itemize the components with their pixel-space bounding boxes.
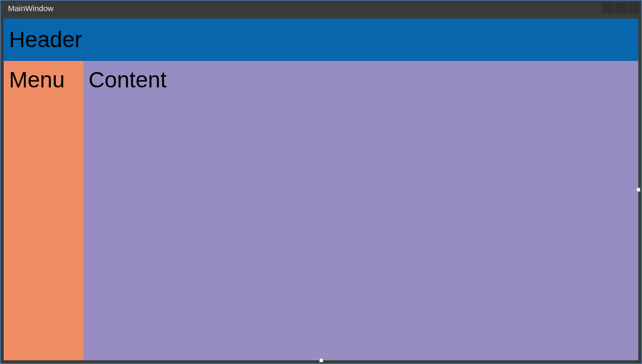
- main-region: Menu Content: [4, 61, 638, 360]
- minimize-button[interactable]: [602, 3, 614, 13]
- menu-region[interactable]: Menu: [4, 61, 83, 360]
- resize-handle-bottom[interactable]: [319, 358, 323, 362]
- content-region[interactable]: Content: [83, 61, 638, 360]
- window-controls: [601, 3, 639, 13]
- designer-surface[interactable]: Header Menu Content: [4, 19, 638, 360]
- header-label: Header: [9, 27, 82, 52]
- resize-handle-right[interactable]: [636, 188, 640, 192]
- header-region[interactable]: Header: [4, 19, 638, 61]
- maximize-button[interactable]: [615, 3, 627, 13]
- menu-label: Menu: [9, 67, 65, 92]
- close-button[interactable]: [628, 3, 639, 13]
- titlebar[interactable]: MainWindow: [1, 1, 641, 15]
- window-title: MainWindow: [8, 4, 54, 13]
- main-window: MainWindow Header Menu Content: [0, 0, 642, 364]
- content-label: Content: [89, 67, 166, 92]
